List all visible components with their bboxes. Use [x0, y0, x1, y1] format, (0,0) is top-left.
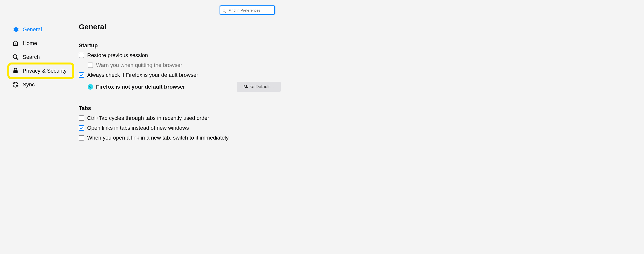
checkbox-restore-previous[interactable]	[79, 53, 84, 58]
sad-face-icon	[88, 84, 93, 90]
option-label: Warn you when quitting the browser	[96, 62, 182, 68]
preferences-search-field[interactable]	[220, 6, 275, 15]
checkbox-warn-quitting	[88, 62, 93, 68]
option-ctrl-tab[interactable]: Ctrl+Tab cycles through tabs in recently…	[79, 115, 281, 121]
option-label: Always check if Firefox is your default …	[87, 72, 198, 78]
sidebar-item-label: General	[23, 26, 42, 33]
svg-line-4	[16, 58, 18, 60]
default-browser-row: Firefox is not your default browser Make…	[88, 82, 281, 92]
svg-line-1	[225, 12, 226, 12]
search-icon	[222, 8, 226, 12]
sidebar-item-sync[interactable]: Sync	[9, 78, 73, 92]
svg-rect-5	[13, 70, 18, 73]
default-browser-status: Firefox is not your default browser	[96, 84, 185, 90]
sidebar-item-label: Home	[23, 40, 37, 46]
text-cursor	[228, 8, 228, 12]
option-always-check-default[interactable]: Always check if Firefox is your default …	[79, 72, 281, 78]
option-restore-previous-session[interactable]: Restore previous session	[79, 52, 281, 58]
option-switch-immediately[interactable]: When you open a link in a new tab, switc…	[79, 135, 281, 141]
option-label: Open links in tabs instead of new window…	[87, 125, 189, 131]
svg-point-8	[91, 86, 91, 87]
option-label: Restore previous session	[87, 52, 148, 58]
svg-rect-2	[15, 44, 16, 46]
checkbox-open-links-tabs[interactable]	[79, 125, 84, 131]
sidebar-item-general[interactable]: General	[9, 23, 73, 36]
lock-icon	[12, 68, 19, 74]
startup-section: Startup Restore previous session Warn yo…	[79, 42, 281, 92]
option-warn-quitting: Warn you when quitting the browser	[88, 62, 281, 68]
svg-point-7	[89, 86, 90, 87]
sidebar-item-home[interactable]: Home	[9, 36, 73, 50]
sidebar-item-label: Sync	[23, 82, 35, 88]
checkbox-always-check-default[interactable]	[79, 72, 84, 78]
option-label: Ctrl+Tab cycles through tabs in recently…	[87, 115, 209, 121]
sidebar-item-label: Privacy & Security	[23, 68, 67, 74]
tabs-section: Tabs Ctrl+Tab cycles through tabs in rec…	[79, 105, 281, 141]
search-input[interactable]	[228, 8, 272, 12]
sidebar-item-privacy-security[interactable]: Privacy & Security	[9, 64, 73, 78]
home-icon	[12, 40, 19, 46]
search-icon	[12, 54, 19, 60]
option-label: When you open a link in a new tab, switc…	[87, 135, 229, 141]
svg-point-6	[88, 85, 92, 89]
page-title: General	[79, 23, 281, 31]
startup-heading: Startup	[79, 42, 281, 49]
make-default-button[interactable]: Make Default…	[237, 82, 281, 92]
preferences-content: General Startup Restore previous session…	[79, 23, 281, 154]
sidebar-item-search[interactable]: Search	[9, 50, 73, 64]
tabs-heading: Tabs	[79, 105, 281, 112]
sync-icon	[12, 82, 19, 88]
checkbox-switch-immediately[interactable]	[79, 135, 84, 140]
sidebar-item-label: Search	[23, 54, 40, 60]
gear-icon	[12, 26, 19, 33]
preferences-sidebar: General Home Search Privacy & Security	[9, 23, 73, 92]
option-open-links-tabs[interactable]: Open links in tabs instead of new window…	[79, 125, 281, 131]
checkbox-ctrl-tab[interactable]	[79, 116, 84, 121]
